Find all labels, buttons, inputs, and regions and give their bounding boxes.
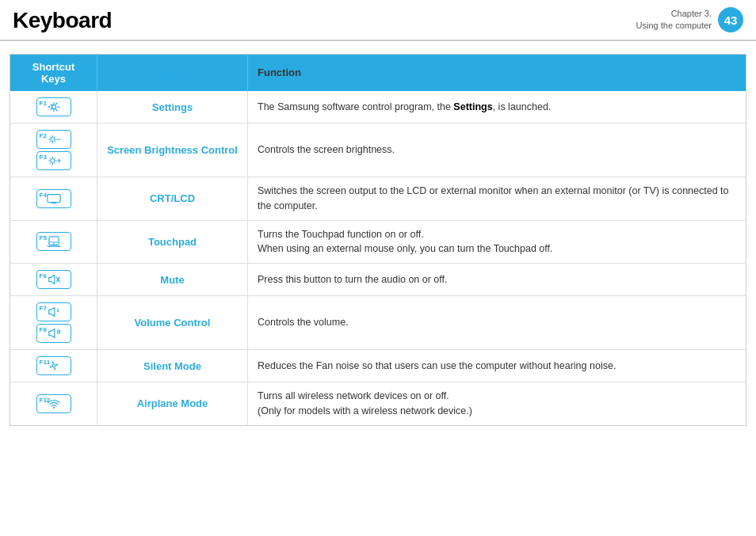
- svg-line-7: [54, 141, 55, 142]
- col-header-function: Function: [248, 55, 746, 92]
- feature-name-cell: Volume Control: [97, 296, 248, 350]
- svg-line-16: [50, 158, 51, 159]
- key-icon-f5: F5: [36, 232, 71, 251]
- key-icon-f6: F6: [36, 270, 71, 289]
- function-description-cell: Reduces the Fan noise so that users can …: [248, 350, 746, 382]
- svg-line-8: [50, 141, 51, 142]
- shortcut-key-cell: F5: [10, 220, 97, 264]
- function-description-cell: Controls the screen brightness.: [248, 124, 746, 177]
- key-icon-f11: F11: [36, 356, 71, 375]
- svg-point-1: [50, 138, 54, 142]
- table-row: F11 Silent ModeReduces the Fan noise so …: [10, 350, 746, 382]
- shortcut-key-cell: F7 F8: [10, 296, 97, 350]
- chapter-subtitle: Using the computer: [636, 20, 712, 32]
- shortcut-key-cell: F11: [10, 350, 97, 382]
- function-description-cell: Controls the volume.: [248, 296, 746, 350]
- function-description-cell: Turns all wireless network devices on or…: [248, 382, 746, 426]
- svg-rect-22: [47, 194, 59, 202]
- key-icon-f2: F2: [36, 130, 71, 149]
- svg-line-6: [50, 137, 51, 138]
- feature-name-cell: CRT/LCD: [97, 177, 248, 221]
- feature-name-cell: Mute: [97, 264, 248, 296]
- table-row: F1 SettingsThe Samsung software control …: [10, 91, 746, 124]
- function-description-cell: Turns the Touchpad function on or off.Wh…: [248, 220, 746, 264]
- key-icon-f12: F12: [36, 394, 71, 413]
- feature-name-cell: Airplane Mode: [97, 382, 248, 426]
- feature-name-cell: Settings: [97, 91, 248, 124]
- table-row: F12 Airplane ModeTurns all wireless netw…: [10, 382, 746, 426]
- table-row: F2 F3: [10, 124, 746, 177]
- content-area: Shortcut Keys Name Function F1 SettingsT…: [0, 41, 756, 439]
- table-header-row: Shortcut Keys Name Function: [10, 55, 746, 92]
- svg-point-11: [50, 159, 54, 163]
- col-header-name: Name: [97, 55, 248, 92]
- feature-name-cell: Screen Brightness Control: [97, 124, 248, 177]
- svg-point-0: [52, 105, 55, 108]
- svg-line-18: [50, 162, 51, 163]
- shortcut-keys-table: Shortcut Keys Name Function F1 SettingsT…: [10, 54, 746, 426]
- key-icon-f7: F7: [36, 302, 71, 321]
- svg-point-34: [52, 407, 54, 409]
- table-row: F4 CRT/LCDSwitches the screen output to …: [10, 177, 746, 221]
- svg-line-17: [54, 162, 55, 163]
- chapter-label: Chapter 3.: [636, 8, 712, 20]
- shortcut-key-cell: F1: [10, 91, 97, 124]
- table-row: F5 TouchpadTurns the Touchpad function o…: [10, 220, 746, 264]
- function-description-cell: Press this button to turn the audio on o…: [248, 264, 746, 296]
- feature-name-cell: Touchpad: [97, 220, 248, 264]
- chapter-info: Chapter 3. Using the computer: [636, 8, 712, 32]
- shortcut-key-cell: F6: [10, 264, 97, 296]
- header-right: Chapter 3. Using the computer 43: [636, 7, 743, 32]
- function-description-cell: Switches the screen output to the LCD or…: [248, 177, 746, 221]
- table-row: F6 MutePress this button to turn the aud…: [10, 264, 746, 296]
- key-icon-f1: F1: [36, 97, 71, 116]
- key-icon-f8: F8: [36, 324, 71, 343]
- page-title: Keyboard: [13, 8, 112, 33]
- key-icon-f3: F3: [36, 151, 71, 170]
- shortcut-key-cell: F4: [10, 177, 97, 221]
- svg-line-9: [54, 137, 55, 138]
- page-header: Keyboard Chapter 3. Using the computer 4…: [0, 0, 756, 41]
- table-row: F7 F8 Volume ControlControls the volume.: [10, 296, 746, 350]
- shortcut-key-cell: F2 F3: [10, 124, 97, 177]
- shortcut-key-cell: F12: [10, 382, 97, 426]
- function-description-cell: The Samsung software control program, th…: [248, 91, 746, 124]
- page-badge: 43: [718, 7, 743, 32]
- col-header-shortcut: Shortcut Keys: [10, 55, 97, 92]
- key-icon-f4: F4: [36, 189, 71, 208]
- svg-line-19: [54, 158, 55, 159]
- feature-name-cell: Silent Mode: [97, 350, 248, 382]
